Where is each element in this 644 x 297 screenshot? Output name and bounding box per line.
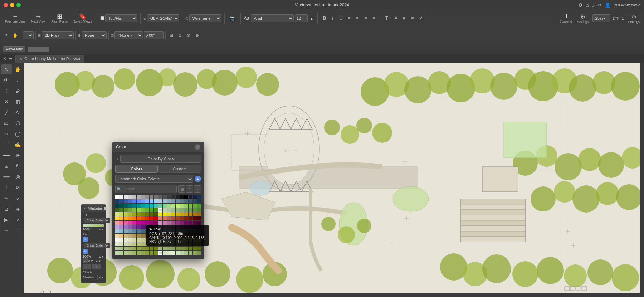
justify-button[interactable]: ≡ — [370, 14, 378, 22]
color-cell[interactable] — [176, 251, 180, 255]
polygon-tool[interactable]: ⬡ — [13, 118, 23, 128]
color-cell[interactable] — [119, 216, 123, 220]
user-icon[interactable]: 👤 — [605, 2, 611, 8]
line-tool[interactable]: ╱ — [1, 107, 12, 117]
color-cell[interactable] — [171, 204, 175, 208]
color-cell[interactable] — [180, 247, 184, 250]
color-cell[interactable] — [176, 238, 180, 242]
color-cell[interactable] — [132, 208, 136, 212]
color-cell[interactable] — [128, 234, 132, 238]
color-cell[interactable] — [132, 221, 136, 225]
color-cell[interactable] — [193, 204, 197, 208]
color-cell[interactable] — [193, 238, 197, 242]
color-cell[interactable] — [150, 229, 153, 233]
canvas-area[interactable]: ✕ Attributes ☰ Fill Class Style ▾ — [24, 63, 644, 297]
color-cell[interactable] — [167, 238, 171, 242]
row2-right-4[interactable]: ⊕ — [193, 31, 201, 39]
color-cell[interactable] — [180, 212, 184, 216]
color-cell[interactable] — [150, 195, 153, 199]
color-cell[interactable] — [189, 195, 192, 199]
font-icon[interactable]: Aa — [244, 15, 250, 21]
color-cell[interactable] — [184, 238, 188, 242]
color-cell[interactable] — [141, 216, 145, 220]
arc-tool[interactable]: ⌒ — [1, 140, 12, 150]
color-cell[interactable] — [119, 247, 123, 250]
color-cell[interactable] — [180, 251, 184, 255]
color-cell[interactable] — [158, 234, 162, 238]
color-cell[interactable] — [141, 204, 145, 208]
color-cell[interactable] — [167, 204, 171, 208]
color-cell[interactable] — [189, 242, 192, 246]
color-cell[interactable] — [145, 208, 149, 212]
color-cell[interactable] — [184, 216, 188, 220]
align-center-button[interactable]: ≡ — [353, 14, 361, 22]
color-cell[interactable] — [119, 234, 123, 238]
color-cell[interactable] — [176, 221, 180, 225]
pen-end-select[interactable]: ▸ — [92, 264, 101, 269]
color-cell[interactable] — [150, 204, 153, 208]
color-cell[interactable] — [128, 251, 132, 255]
color-cell[interactable] — [163, 242, 167, 246]
color-cell[interactable] — [167, 234, 171, 238]
color-cell[interactable] — [193, 199, 197, 203]
color-cell[interactable] — [132, 212, 136, 216]
color-cell[interactable] — [184, 251, 188, 255]
pattern-tool[interactable]: ⊘ — [13, 182, 23, 193]
color-cell[interactable] — [128, 229, 132, 233]
scheme-dropdown[interactable]: GLM SCHEME — [147, 14, 179, 22]
color-cell[interactable] — [128, 208, 132, 212]
color-cell[interactable] — [154, 229, 158, 233]
color-cell[interactable] — [163, 238, 167, 242]
color-cell[interactable] — [124, 225, 128, 229]
attributes-close-button[interactable]: ✕ — [83, 206, 86, 210]
color-cell[interactable] — [128, 204, 132, 208]
minimize-button[interactable] — [10, 3, 14, 7]
color-cell[interactable] — [150, 247, 153, 250]
color-cell[interactable] — [171, 251, 175, 255]
color-cell[interactable] — [171, 221, 175, 225]
color-cell[interactable] — [132, 195, 136, 199]
color-cell[interactable] — [163, 204, 167, 208]
color-cell[interactable] — [150, 221, 153, 225]
color-cell[interactable] — [137, 234, 141, 238]
color-cell[interactable] — [150, 212, 153, 216]
eye-tool[interactable]: 👁 — [1, 75, 12, 85]
zoom-tool[interactable]: ⌕ — [13, 75, 23, 85]
color-cell[interactable] — [171, 208, 175, 212]
color-cell[interactable] — [193, 221, 197, 225]
color-cell[interactable] — [167, 199, 171, 203]
color-cell[interactable] — [197, 247, 201, 250]
color-cell[interactable] — [128, 225, 132, 229]
color-cell[interactable] — [141, 247, 145, 250]
color-cell[interactable] — [171, 212, 175, 216]
color-cell[interactable] — [197, 221, 201, 225]
rotate-tool[interactable]: ↻ — [13, 161, 23, 171]
color-cell[interactable] — [119, 212, 123, 216]
home-icon[interactable]: ⌂ — [586, 2, 589, 8]
color-cell[interactable] — [124, 216, 128, 220]
ellipse-tool[interactable]: ◯ — [13, 129, 23, 139]
hand-tool[interactable]: ✋ — [13, 64, 23, 74]
color-cell[interactable] — [132, 251, 136, 255]
color-cell[interactable] — [124, 221, 128, 225]
fill-percent-stepper[interactable]: ▲▼ — [98, 228, 104, 231]
color-cell[interactable] — [171, 199, 175, 203]
color-cell[interactable] — [115, 229, 119, 233]
color-cell[interactable] — [137, 238, 141, 242]
color-cell[interactable] — [176, 225, 180, 229]
color-cell[interactable] — [145, 234, 149, 238]
color-cell[interactable] — [132, 204, 136, 208]
color-cell[interactable] — [141, 208, 145, 212]
color-cell[interactable] — [180, 204, 184, 208]
color-cell[interactable] — [137, 216, 141, 220]
color-cell[interactable] — [176, 234, 180, 238]
color-cell[interactable] — [124, 208, 128, 212]
font-size-input[interactable] — [295, 14, 308, 22]
color-cell[interactable] — [141, 221, 145, 225]
settings-button[interactable]: ⚙ Settings — [576, 13, 590, 24]
ruler-tool[interactable]: ⊣ — [1, 225, 12, 235]
color-cell[interactable] — [141, 251, 145, 255]
trim-tool[interactable]: ✂ — [1, 193, 12, 203]
dimension-tool[interactable]: ⟷ — [1, 150, 12, 160]
color-cell[interactable] — [176, 229, 180, 233]
